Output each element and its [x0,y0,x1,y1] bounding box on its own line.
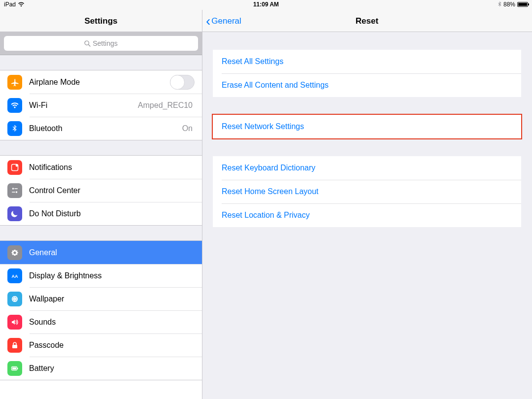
row-label: Reset All Settings [222,57,283,66]
row-reset-home[interactable]: Reset Home Screen Layout [213,180,521,203]
svg-rect-14 [12,345,17,348]
svg-point-3 [16,164,18,166]
sidebar-item-airplane[interactable]: Airplane Mode [0,70,202,94]
row-reset-location[interactable]: Reset Location & Privacy [213,203,521,227]
svg-text:AA: AA [12,273,18,278]
notifications-icon [7,160,22,175]
row-reset-all[interactable]: Reset All Settings [213,50,521,73]
svg-point-6 [16,191,17,193]
sidebar-item-label: Wallpaper [29,295,195,303]
sidebar-item-label: Bluetooth [29,124,182,133]
status-bar: iPad 11:09 AM 88% [0,0,532,10]
svg-line-1 [89,44,91,46]
sidebar-item-general[interactable]: General [0,241,202,264]
search-icon [84,40,91,47]
sidebar-item-notifications[interactable]: Notifications [0,156,202,179]
battery-pct: 88% [503,1,515,8]
column-separator [202,10,202,399]
row-reset-keyboard[interactable]: Reset Keyboard Dictionary [213,156,521,180]
gear-icon [7,245,22,260]
sidebar-item-label: Notifications [29,163,195,172]
sidebar-item-label: Do Not Disturb [29,209,195,218]
sidebar-item-label: General [29,248,195,257]
reset-group-2: Reset Keyboard DictionaryReset Home Scre… [213,156,521,227]
battery-icon [7,361,22,376]
wifi-icon [7,98,22,113]
svg-point-4 [12,188,14,189]
row-label: Reset Keyboard Dictionary [222,164,315,172]
detail-pane: ‹ General Reset Reset All SettingsErase … [202,10,532,399]
sidebar-item-sounds[interactable]: Sounds [0,310,202,333]
row-erase-all[interactable]: Erase All Content and Settings [213,73,521,97]
svg-point-10 [14,298,16,299]
svg-rect-17 [12,367,16,369]
sidebar-item-display[interactable]: AADisplay & Brightness [0,264,202,287]
search-container: Settings [0,32,202,55]
sidebar-item-bluetooth[interactable]: BluetoothOn [0,117,202,140]
sidebar-item-wallpaper[interactable]: Wallpaper [0,287,202,310]
sidebar-item-value: Amped_REC10 [138,101,193,110]
sidebar-item-label: Control Center [29,186,195,195]
svg-rect-7 [12,192,15,192]
airplane-icon [7,75,22,90]
sidebar-item-controlcenter[interactable]: Control Center [0,179,202,202]
sidebar-item-label: Passcode [29,341,195,350]
sounds-icon [7,315,22,330]
display-icon: AA [7,268,22,283]
moon-icon [7,206,22,221]
detail-title: Reset [202,10,532,32]
row-label: Reset Location & Privacy [222,211,310,220]
reset-group-0: Reset All SettingsErase All Content and … [213,50,521,97]
sidebar-item-label: Sounds [29,318,195,327]
sidebar-title: Settings [0,10,202,32]
toggle-airplane[interactable] [170,75,195,90]
sidebar-item-passcode[interactable]: Passcode [0,333,202,357]
sidebar-item-dnd[interactable]: Do Not Disturb [0,202,202,225]
search-input[interactable]: Settings [4,36,198,51]
reset-group-1: Reset Network Settings [213,115,521,138]
sidebar-item-label: Wi-Fi [29,101,138,110]
sidebar-item-label: Battery [29,364,195,373]
passcode-icon [7,338,22,353]
row-label: Reset Network Settings [222,122,304,131]
search-placeholder: Settings [93,39,118,47]
bluetooth-icon [7,121,22,136]
svg-rect-16 [17,367,18,369]
battery-icon [517,2,528,7]
sidebar-item-wifi[interactable]: Wi-FiAmped_REC10 [0,94,202,117]
row-label: Reset Home Screen Layout [222,187,319,196]
sidebar-item-battery[interactable]: Battery [0,357,202,380]
wallpaper-icon [7,292,22,306]
sidebar-item-label: Display & Brightness [29,271,195,280]
sidebar-item-value: On [182,124,193,133]
row-reset-network[interactable]: Reset Network Settings [213,115,521,138]
controlcenter-icon [7,183,22,198]
row-label: Erase All Content and Settings [222,81,329,90]
svg-rect-5 [14,188,18,189]
sidebar-item-label: Airplane Mode [29,78,170,87]
bluetooth-status-icon [498,1,501,7]
detail-header: ‹ General Reset [202,10,532,32]
clock: 11:09 AM [0,1,532,8]
settings-sidebar: Settings Settings Airplane ModeWi-FiAmpe… [0,10,202,399]
